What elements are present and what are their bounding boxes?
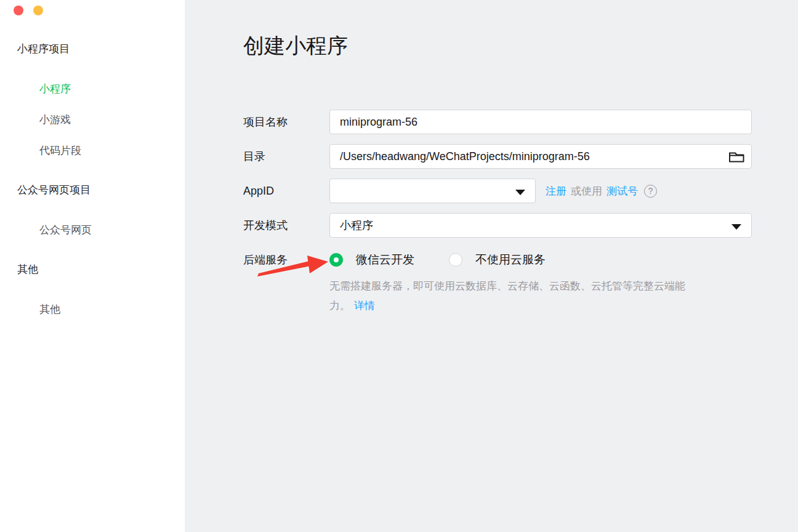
radio-wechat-cloud-dev[interactable]: 微信云开发 [329, 252, 414, 268]
close-button[interactable] [14, 6, 23, 15]
browse-folder-button[interactable] [727, 149, 746, 164]
sidebar: 小程序项目 小程序 小游戏 代码片段 公众号网页项目 公众号网页 其他 其他 [0, 0, 185, 532]
nav-section-other: 其他 [0, 254, 185, 285]
window-controls [0, 0, 185, 16]
project-name-input[interactable] [329, 110, 752, 134]
sidebar-item-official-account-web[interactable]: 公众号网页 [0, 215, 185, 246]
description-line1: 无需搭建服务器，即可使用云数据库、云存储、云函数、云托管等完整云端能 [329, 280, 685, 292]
test-account-link[interactable]: 测试号 [607, 184, 638, 198]
chevron-down-icon [515, 190, 525, 195]
sidebar-item-code-snippet[interactable]: 代码片段 [0, 135, 185, 166]
backend-service-description: 无需搭建服务器，即可使用云数据库、云存储、云函数、云托管等完整云端能 力。详情 [329, 276, 760, 316]
help-question-icon[interactable]: ? [644, 185, 657, 198]
backend-service-label: 后端服务 [243, 252, 329, 267]
chevron-down-icon [732, 224, 741, 230]
description-line2: 力。 [329, 300, 350, 312]
backend-service-options: 微信云开发 不使用云服务 [329, 252, 546, 268]
minimize-button[interactable] [33, 6, 43, 15]
sidebar-item-miniprogram[interactable]: 小程序 [0, 74, 185, 105]
project-name-label: 项目名称 [243, 115, 329, 129]
nav-section-miniprogram-project: 小程序项目 [0, 34, 185, 65]
detail-link[interactable]: 详情 [354, 300, 375, 312]
page-title: 创建小程序 [243, 32, 798, 59]
backend-service-row: 后端服务 微信云开发 不使用云服务 [243, 248, 752, 272]
project-name-row: 项目名称 [243, 110, 752, 134]
appid-label: AppID [243, 185, 329, 198]
radio-no-cloud-service-label: 不使用云服务 [475, 252, 546, 268]
project-type-nav: 小程序项目 小程序 小游戏 代码片段 公众号网页项目 公众号网页 其他 其他 [0, 34, 185, 325]
directory-input[interactable] [329, 144, 752, 169]
radio-no-cloud-service[interactable]: 不使用云服务 [449, 252, 546, 268]
appid-help-links: 注册 或使用 测试号 ? [546, 184, 657, 198]
directory-label: 目录 [243, 149, 329, 164]
folder-icon [728, 150, 744, 163]
dev-mode-row: 开发模式 小程序 [243, 213, 752, 238]
dev-mode-select[interactable]: 小程序 [329, 213, 752, 238]
or-use-text: 或使用 [571, 184, 602, 198]
appid-select[interactable] [329, 179, 536, 203]
radio-selected-icon [329, 253, 343, 267]
dev-mode-select-value: 小程序 [340, 218, 373, 233]
dev-mode-label: 开发模式 [243, 218, 329, 233]
create-miniprogram-panel: 创建小程序 项目名称 目录 AppID [185, 0, 798, 532]
directory-row: 目录 [243, 144, 752, 169]
radio-wechat-cloud-dev-label: 微信云开发 [356, 252, 414, 268]
radio-unselected-icon [449, 253, 462, 267]
create-project-form: 项目名称 目录 AppID [243, 110, 752, 316]
sidebar-item-minigame[interactable]: 小游戏 [0, 105, 185, 135]
register-link[interactable]: 注册 [546, 184, 566, 198]
sidebar-item-other[interactable]: 其他 [0, 294, 185, 325]
nav-section-official-account-web-project: 公众号网页项目 [0, 175, 185, 206]
appid-row: AppID 注册 或使用 测试号 ? [243, 179, 752, 203]
